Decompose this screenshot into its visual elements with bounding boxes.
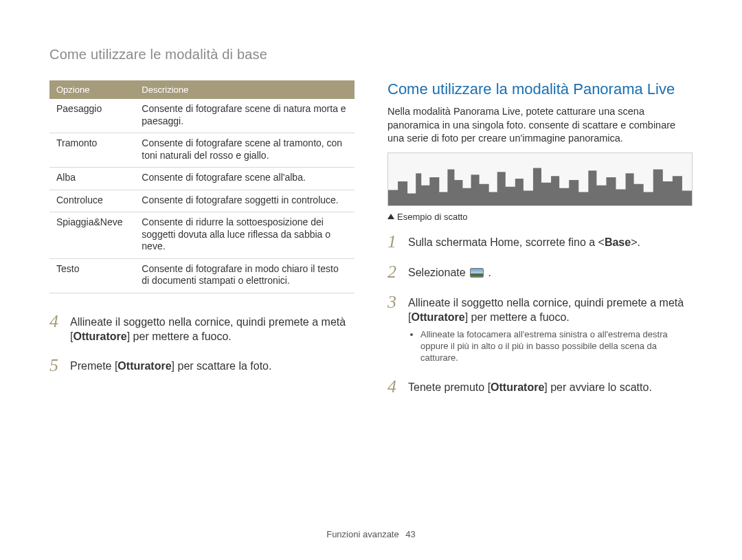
opt-desc: Consente di fotografare scene di natura … [135, 99, 355, 133]
step-body: Tenete premuto [Otturatore] per avviare … [408, 378, 693, 396]
step-body: Selezionate . [408, 263, 693, 281]
step-5: 5 Premete [Otturatore] per scattare la f… [49, 357, 355, 374]
step-1: 1 Sulla schermata Home, scorrete fino a … [387, 233, 693, 251]
opt-desc: Consente di fotografare soggetti in cont… [135, 190, 355, 212]
opt-name: Spiaggia&Neve [49, 212, 135, 259]
step-3: 3 Allineate il soggetto nella cornice, q… [387, 293, 693, 366]
step-text: Sulla schermata Home, scorrete fino a < [408, 236, 605, 248]
step-text: Selezionate [408, 267, 469, 278]
step-body: Premete [Otturatore] per scattare la fot… [70, 357, 355, 374]
step-body: Allineate il soggetto nella cornice, qui… [408, 293, 693, 366]
opt-name: Paesaggio [49, 99, 135, 133]
step-text: ] per mettere a fuoco. [127, 331, 232, 342]
manual-page: Come utilizzare le modalità di base Opzi… [0, 0, 742, 436]
step-number: 1 [387, 233, 401, 251]
table-row: Spiaggia&Neve Consente di ridurre la sot… [49, 212, 355, 259]
step-bold: Otturatore [117, 360, 171, 372]
step-text: ] per mettere a fuoco. [465, 311, 570, 323]
step-bullets: Allineate la fotocamera all'estrema sini… [408, 329, 693, 364]
step-2: 2 Selezionate . [387, 263, 693, 281]
table-row: Alba Consente di fotografare scene all'a… [49, 168, 355, 190]
panorama-mode-icon [470, 268, 484, 278]
opt-desc: Consente di fotografare scene all'alba. [135, 168, 355, 190]
table-row: Tramonto Consente di fotografare scene a… [49, 133, 355, 168]
skyline-icon [388, 153, 692, 205]
opt-desc: Consente di fotografare scene al tramont… [135, 133, 355, 168]
opt-name: Controluce [49, 190, 135, 212]
opt-desc: Consente di ridurre la sottoesposizione … [135, 212, 355, 259]
th-option: Opzione [49, 80, 135, 99]
table-row: Paesaggio Consente di fotografare scene … [49, 99, 355, 133]
step-text: ] per avviare lo scatto. [544, 381, 652, 393]
section-title: Come utilizzare la modalità Panorama Liv… [387, 80, 693, 98]
page-number: 43 [405, 529, 415, 539]
opt-name: Alba [49, 168, 135, 190]
step-text: Premete [ [70, 360, 117, 372]
opt-desc: Consente di fotografare in modo chiaro i… [135, 258, 355, 293]
step-text: ] per scattare la foto. [172, 360, 272, 372]
step-bold: Otturatore [491, 381, 544, 393]
step-text: Tenete premuto [ [408, 381, 491, 393]
opt-name: Testo [49, 258, 135, 293]
table-row: Controluce Consente di fotografare sogge… [49, 190, 355, 212]
step-body: Allineate il soggetto nella cornice, qui… [70, 313, 355, 344]
step-4-right: 4 Tenete premuto [Otturatore] per avviar… [387, 378, 693, 396]
step-text: . [485, 267, 491, 278]
left-column: Opzione Descrizione Paesaggio Consente d… [49, 80, 355, 408]
step-bold: Otturatore [411, 311, 464, 323]
content-columns: Opzione Descrizione Paesaggio Consente d… [49, 80, 693, 408]
panorama-example-image [387, 153, 693, 206]
example-caption: Esempio di scatto [387, 212, 693, 222]
step-text: >. [631, 236, 640, 248]
page-title: Come utilizzare le modalità di base [49, 47, 693, 63]
step-number: 4 [49, 313, 63, 344]
footer-label: Funzioni avanzate [326, 529, 399, 539]
step-number: 2 [387, 263, 401, 281]
left-steps: 4 Allineate il soggetto nella cornice, q… [49, 313, 355, 374]
bullet-item: Allineate la fotocamera all'estrema sini… [420, 329, 693, 364]
page-footer: Funzioni avanzate 43 [0, 529, 742, 539]
right-steps: 1 Sulla schermata Home, scorrete fino a … [387, 233, 693, 396]
step-bold: Otturatore [73, 331, 126, 342]
triangle-up-icon [387, 214, 394, 219]
right-column: Come utilizzare la modalità Panorama Liv… [387, 80, 693, 408]
step-number: 4 [387, 378, 401, 396]
step-body: Sulla schermata Home, scorrete fino a <B… [408, 233, 693, 251]
caption-text: Esempio di scatto [397, 212, 468, 222]
table-row: Testo Consente di fotografare in modo ch… [49, 258, 355, 293]
step-number: 3 [387, 293, 401, 366]
section-intro: Nella modalità Panorama Live, potete cat… [387, 105, 693, 146]
options-table: Opzione Descrizione Paesaggio Consente d… [49, 80, 355, 293]
step-bold: Base [605, 236, 631, 248]
step-number: 5 [49, 357, 63, 374]
th-description: Descrizione [135, 80, 355, 99]
opt-name: Tramonto [49, 133, 135, 168]
step-4: 4 Allineate il soggetto nella cornice, q… [49, 313, 355, 344]
